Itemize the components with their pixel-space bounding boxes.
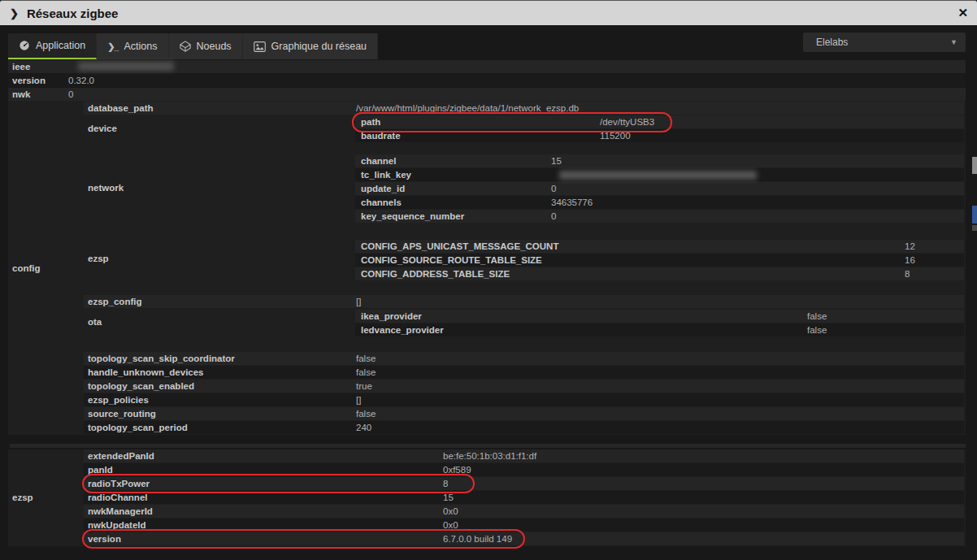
controller-select-value: Elelabs [816, 37, 848, 48]
row-key: handle_unknown_devices [84, 367, 356, 377]
row-value: 15 [443, 493, 454, 502]
table-row-radio-tx-power: radioTxPower 8 [84, 477, 964, 490]
device-table: path /dev/ttyUSB3 baudrate 115200 [355, 115, 964, 142]
table-row-config-source-route: CONFIG_SOURCE_ROUTE_TABLE_SIZE 16 [355, 254, 964, 267]
row-value: true [356, 381, 372, 391]
table-row-topology-scan-enabled: topology_scan_enabled true [84, 380, 964, 393]
table-row-nwk-update-id: nwkUpdateId 0x0 [84, 519, 964, 532]
table-row-nwk: nwk 0 [8, 88, 966, 101]
table-row-config-aps-unicast: CONFIG_APS_UNICAST_MESSAGE_COUNT 12 [355, 240, 964, 253]
table-row-ikea-provider: ikea_provider false [355, 310, 964, 323]
row-value: 0x0 [443, 506, 458, 516]
tab-label: Graphique du réseau [271, 41, 367, 52]
row-value: 12 [905, 241, 915, 251]
row-key-device: device [88, 124, 117, 133]
row-value: /var/www/html/plugins/zigbee/data/1/netw… [356, 103, 579, 113]
close-icon[interactable]: ✕ [957, 5, 968, 21]
table-row-topology-scan-period: topology_scan_period 240 [84, 421, 964, 434]
table-row-ezsp-version: version 6.7.0.0 build 149 [84, 532, 964, 545]
ota-table: ikea_provider false ledvance_provider fa… [355, 310, 964, 336]
row-value: false [356, 354, 376, 363]
row-value: 240 [356, 423, 371, 432]
image-icon [254, 41, 266, 52]
row-key-ezsp: ezsp [12, 493, 33, 502]
table-row-extended-pan-id: extendedPanId be:fe:50:1b:03:d1:f1:df [84, 449, 964, 462]
row-key: tc_link_key [355, 170, 551, 180]
redacted-tc-link-key-value [559, 171, 757, 180]
row-key: CONFIG_ADDRESS_TABLE_SIZE [355, 269, 905, 279]
row-key-config: config [12, 263, 41, 273]
row-key: ezsp_policies [84, 395, 356, 405]
table-row-pan-id: panId 0xf589 [84, 463, 964, 476]
row-key: update_id [355, 184, 551, 193]
row-key: topology_scan_period [84, 423, 356, 432]
row-key: radioChannel [84, 493, 443, 502]
chevron-down-icon: ▼ [950, 38, 957, 46]
section-divider [10, 444, 966, 448]
row-key: version [84, 534, 443, 544]
tab-application[interactable]: Application [8, 33, 97, 59]
row-key: version [8, 76, 68, 85]
row-value: 8 [905, 269, 910, 279]
table-row-topology-scan-skip-coordinator: topology_scan_skip_coordinator false [84, 352, 964, 365]
ezsp-table: extendedPanId be:fe:50:1b:03:d1:f1:df pa… [84, 449, 964, 545]
row-value: false [807, 311, 827, 321]
row-key: radioTxPower [84, 479, 443, 488]
tachometer-icon [19, 40, 30, 51]
table-row-ezsp-policies: ezsp_policies [] [84, 393, 964, 406]
table-row-database-path: database_path /var/www/html/plugins/zigb… [84, 102, 964, 115]
tab-actions[interactable]: ❯_ Actions [97, 33, 168, 59]
row-key: ieee [8, 62, 68, 72]
table-row-version: version 0.32.0 [8, 74, 966, 87]
row-key: baudrate [355, 131, 600, 141]
table-row-ledvance-provider: ledvance_provider false [355, 323, 964, 336]
background-page-fragment-blue [972, 206, 977, 224]
row-key: ledvance_provider [355, 325, 807, 335]
row-value: 0 [68, 89, 73, 99]
row-value: 6.7.0.0 build 149 [443, 534, 512, 544]
row-value: 0 [551, 184, 556, 193]
row-key: source_routing [84, 409, 356, 419]
table-row-ezsp-config: ezsp_config [] [84, 295, 964, 308]
table-row-channel: channel 15 [355, 154, 964, 167]
row-value: false [356, 409, 376, 419]
network-table: channel 15 tc_link_key update_id 0 chann… [355, 154, 964, 223]
config-table-part2: ezsp_config [] [84, 295, 964, 308]
scrollbar-thumb[interactable] [972, 157, 977, 174]
row-value: 15 [551, 156, 562, 166]
row-value: 0xf589 [443, 465, 471, 475]
row-value: false [807, 325, 827, 335]
row-key: ikea_provider [355, 311, 807, 321]
terminal-icon: ❯_ [107, 41, 118, 52]
dialog-titlebar: ❯ Réseaux zigbee ✕ [0, 0, 977, 25]
row-key-network: network [88, 183, 124, 193]
row-key: CONFIG_APS_UNICAST_MESSAGE_COUNT [355, 241, 905, 251]
tab-noeuds[interactable]: Noeuds [169, 33, 243, 59]
row-key: path [355, 117, 600, 127]
table-row-nwk-manager-id: nwkManagerId 0x0 [84, 505, 964, 518]
row-key-ota: ota [88, 317, 102, 327]
row-key: topology_scan_enabled [84, 381, 356, 391]
controller-select[interactable]: Elelabs ▼ [803, 33, 966, 52]
table-row-handle-unknown-devices: handle_unknown_devices false [84, 366, 964, 379]
table-row-source-routing: source_routing false [84, 407, 964, 420]
chevron-right-icon: ❯ [10, 8, 19, 19]
row-value: 16 [905, 255, 915, 265]
row-value: /dev/ttyUSB3 [600, 117, 654, 127]
tab-graphique-du-reseau[interactable]: Graphique du réseau [243, 33, 378, 59]
table-row-path: path /dev/ttyUSB3 [355, 115, 964, 128]
background-page-fragment-grey [972, 225, 977, 231]
row-value: [] [356, 297, 361, 306]
redacted-ieee-value [78, 62, 174, 71]
row-value: false [356, 367, 376, 377]
table-row-radio-channel: radioChannel 15 [84, 491, 964, 504]
table-row-update-id: update_id 0 [355, 182, 964, 195]
table-row-channels: channels 34635776 [355, 196, 964, 209]
row-key: channels [355, 198, 551, 207]
row-key: ezsp_config [84, 297, 356, 306]
row-value: 0x0 [443, 520, 458, 530]
row-key: nwkUpdateId [84, 520, 443, 530]
tab-label: Application [36, 40, 85, 51]
row-value: 115200 [600, 131, 631, 141]
tab-label: Noeuds [197, 41, 232, 52]
